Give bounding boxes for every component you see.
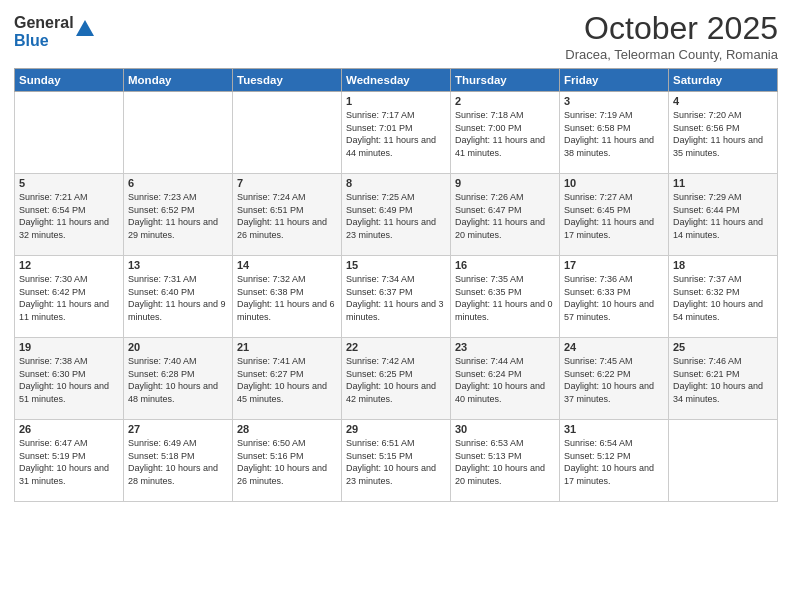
day-number: 6 <box>128 177 228 189</box>
col-friday: Friday <box>560 69 669 92</box>
calendar-week-3: 12Sunrise: 7:30 AM Sunset: 6:42 PM Dayli… <box>15 256 778 338</box>
day-info: Sunrise: 7:21 AM Sunset: 6:54 PM Dayligh… <box>19 191 119 241</box>
day-info: Sunrise: 7:23 AM Sunset: 6:52 PM Dayligh… <box>128 191 228 241</box>
logo-blue: Blue <box>14 32 74 50</box>
day-number: 1 <box>346 95 446 107</box>
logo: General Blue <box>14 14 94 49</box>
svg-marker-0 <box>76 19 94 35</box>
calendar-cell: 24Sunrise: 7:45 AM Sunset: 6:22 PM Dayli… <box>560 338 669 420</box>
day-number: 19 <box>19 341 119 353</box>
calendar-cell: 31Sunrise: 6:54 AM Sunset: 5:12 PM Dayli… <box>560 420 669 502</box>
calendar-cell: 18Sunrise: 7:37 AM Sunset: 6:32 PM Dayli… <box>669 256 778 338</box>
day-number: 23 <box>455 341 555 353</box>
day-info: Sunrise: 6:47 AM Sunset: 5:19 PM Dayligh… <box>19 437 119 487</box>
day-number: 24 <box>564 341 664 353</box>
calendar-cell: 28Sunrise: 6:50 AM Sunset: 5:16 PM Dayli… <box>233 420 342 502</box>
day-info: Sunrise: 7:34 AM Sunset: 6:37 PM Dayligh… <box>346 273 446 323</box>
day-info: Sunrise: 6:53 AM Sunset: 5:13 PM Dayligh… <box>455 437 555 487</box>
day-info: Sunrise: 7:18 AM Sunset: 7:00 PM Dayligh… <box>455 109 555 159</box>
calendar-body: 1Sunrise: 7:17 AM Sunset: 7:01 PM Daylig… <box>15 92 778 502</box>
day-info: Sunrise: 7:26 AM Sunset: 6:47 PM Dayligh… <box>455 191 555 241</box>
logo-icon <box>76 19 94 37</box>
day-number: 7 <box>237 177 337 189</box>
day-number: 21 <box>237 341 337 353</box>
day-number: 5 <box>19 177 119 189</box>
title-block: October 2025 Dracea, Teleorman County, R… <box>565 10 778 62</box>
logo-text: General Blue <box>14 14 74 49</box>
day-number: 25 <box>673 341 773 353</box>
calendar-cell: 22Sunrise: 7:42 AM Sunset: 6:25 PM Dayli… <box>342 338 451 420</box>
day-info: Sunrise: 7:27 AM Sunset: 6:45 PM Dayligh… <box>564 191 664 241</box>
day-number: 17 <box>564 259 664 271</box>
day-number: 29 <box>346 423 446 435</box>
calendar-table: Sunday Monday Tuesday Wednesday Thursday… <box>14 68 778 502</box>
calendar-week-2: 5Sunrise: 7:21 AM Sunset: 6:54 PM Daylig… <box>15 174 778 256</box>
day-info: Sunrise: 7:19 AM Sunset: 6:58 PM Dayligh… <box>564 109 664 159</box>
day-number: 31 <box>564 423 664 435</box>
day-number: 12 <box>19 259 119 271</box>
day-number: 27 <box>128 423 228 435</box>
day-number: 8 <box>346 177 446 189</box>
day-number: 20 <box>128 341 228 353</box>
day-info: Sunrise: 7:20 AM Sunset: 6:56 PM Dayligh… <box>673 109 773 159</box>
calendar-cell: 3Sunrise: 7:19 AM Sunset: 6:58 PM Daylig… <box>560 92 669 174</box>
day-info: Sunrise: 7:17 AM Sunset: 7:01 PM Dayligh… <box>346 109 446 159</box>
calendar-cell: 4Sunrise: 7:20 AM Sunset: 6:56 PM Daylig… <box>669 92 778 174</box>
header-row: Sunday Monday Tuesday Wednesday Thursday… <box>15 69 778 92</box>
day-info: Sunrise: 7:45 AM Sunset: 6:22 PM Dayligh… <box>564 355 664 405</box>
calendar-cell: 20Sunrise: 7:40 AM Sunset: 6:28 PM Dayli… <box>124 338 233 420</box>
col-tuesday: Tuesday <box>233 69 342 92</box>
day-info: Sunrise: 6:54 AM Sunset: 5:12 PM Dayligh… <box>564 437 664 487</box>
location-subtitle: Dracea, Teleorman County, Romania <box>565 47 778 62</box>
calendar-cell <box>124 92 233 174</box>
day-number: 28 <box>237 423 337 435</box>
day-info: Sunrise: 7:44 AM Sunset: 6:24 PM Dayligh… <box>455 355 555 405</box>
calendar-cell: 7Sunrise: 7:24 AM Sunset: 6:51 PM Daylig… <box>233 174 342 256</box>
calendar-week-5: 26Sunrise: 6:47 AM Sunset: 5:19 PM Dayli… <box>15 420 778 502</box>
calendar-cell: 17Sunrise: 7:36 AM Sunset: 6:33 PM Dayli… <box>560 256 669 338</box>
day-info: Sunrise: 7:29 AM Sunset: 6:44 PM Dayligh… <box>673 191 773 241</box>
day-info: Sunrise: 7:41 AM Sunset: 6:27 PM Dayligh… <box>237 355 337 405</box>
day-number: 15 <box>346 259 446 271</box>
calendar-cell <box>15 92 124 174</box>
calendar-cell: 10Sunrise: 7:27 AM Sunset: 6:45 PM Dayli… <box>560 174 669 256</box>
month-title: October 2025 <box>565 10 778 47</box>
day-number: 30 <box>455 423 555 435</box>
day-info: Sunrise: 7:35 AM Sunset: 6:35 PM Dayligh… <box>455 273 555 323</box>
logo-general: General <box>14 14 74 32</box>
calendar-cell: 2Sunrise: 7:18 AM Sunset: 7:00 PM Daylig… <box>451 92 560 174</box>
day-number: 4 <box>673 95 773 107</box>
day-info: Sunrise: 7:25 AM Sunset: 6:49 PM Dayligh… <box>346 191 446 241</box>
day-info: Sunrise: 7:31 AM Sunset: 6:40 PM Dayligh… <box>128 273 228 323</box>
day-info: Sunrise: 7:38 AM Sunset: 6:30 PM Dayligh… <box>19 355 119 405</box>
calendar-header: Sunday Monday Tuesday Wednesday Thursday… <box>15 69 778 92</box>
day-info: Sunrise: 7:40 AM Sunset: 6:28 PM Dayligh… <box>128 355 228 405</box>
calendar-cell: 26Sunrise: 6:47 AM Sunset: 5:19 PM Dayli… <box>15 420 124 502</box>
calendar-cell <box>233 92 342 174</box>
day-info: Sunrise: 7:36 AM Sunset: 6:33 PM Dayligh… <box>564 273 664 323</box>
day-number: 18 <box>673 259 773 271</box>
calendar-cell: 1Sunrise: 7:17 AM Sunset: 7:01 PM Daylig… <box>342 92 451 174</box>
calendar-week-1: 1Sunrise: 7:17 AM Sunset: 7:01 PM Daylig… <box>15 92 778 174</box>
calendar-cell: 12Sunrise: 7:30 AM Sunset: 6:42 PM Dayli… <box>15 256 124 338</box>
calendar-cell: 23Sunrise: 7:44 AM Sunset: 6:24 PM Dayli… <box>451 338 560 420</box>
day-info: Sunrise: 6:50 AM Sunset: 5:16 PM Dayligh… <box>237 437 337 487</box>
calendar-cell: 6Sunrise: 7:23 AM Sunset: 6:52 PM Daylig… <box>124 174 233 256</box>
calendar-cell: 13Sunrise: 7:31 AM Sunset: 6:40 PM Dayli… <box>124 256 233 338</box>
day-info: Sunrise: 7:42 AM Sunset: 6:25 PM Dayligh… <box>346 355 446 405</box>
calendar-week-4: 19Sunrise: 7:38 AM Sunset: 6:30 PM Dayli… <box>15 338 778 420</box>
calendar-cell: 30Sunrise: 6:53 AM Sunset: 5:13 PM Dayli… <box>451 420 560 502</box>
day-number: 11 <box>673 177 773 189</box>
calendar-cell: 25Sunrise: 7:46 AM Sunset: 6:21 PM Dayli… <box>669 338 778 420</box>
calendar-cell: 5Sunrise: 7:21 AM Sunset: 6:54 PM Daylig… <box>15 174 124 256</box>
day-info: Sunrise: 7:37 AM Sunset: 6:32 PM Dayligh… <box>673 273 773 323</box>
day-number: 2 <box>455 95 555 107</box>
calendar-cell: 19Sunrise: 7:38 AM Sunset: 6:30 PM Dayli… <box>15 338 124 420</box>
day-number: 26 <box>19 423 119 435</box>
day-number: 22 <box>346 341 446 353</box>
calendar-cell: 15Sunrise: 7:34 AM Sunset: 6:37 PM Dayli… <box>342 256 451 338</box>
day-number: 16 <box>455 259 555 271</box>
calendar-cell: 21Sunrise: 7:41 AM Sunset: 6:27 PM Dayli… <box>233 338 342 420</box>
calendar-cell: 8Sunrise: 7:25 AM Sunset: 6:49 PM Daylig… <box>342 174 451 256</box>
header: General Blue October 2025 Dracea, Teleor… <box>14 10 778 62</box>
